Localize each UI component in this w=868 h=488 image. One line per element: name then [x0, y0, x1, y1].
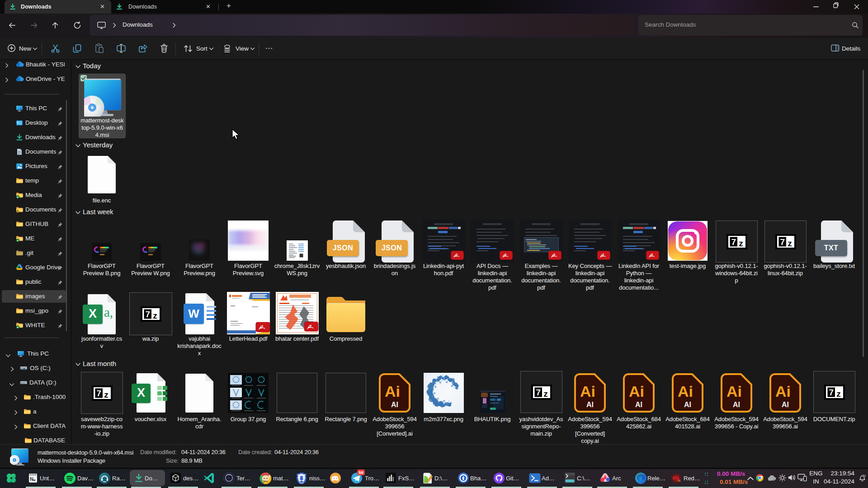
svg-text:z: z [836, 389, 841, 399]
svg-text:Ai: Ai [629, 383, 644, 400]
svg-text:z: z [739, 239, 743, 248]
svg-text:Beta: Beta [264, 480, 268, 483]
svg-text:7: 7 [731, 237, 736, 247]
svg-text:7: 7 [829, 388, 834, 397]
svg-text:Ai: Ai [726, 383, 742, 400]
svg-text:z: z [864, 474, 866, 477]
svg-text:AI: AI [684, 401, 691, 408]
svg-text:7: 7 [145, 310, 150, 319]
svg-text:z: z [788, 239, 792, 248]
svg-text:7: 7 [780, 237, 785, 247]
svg-text:N: N [30, 476, 33, 482]
svg-text:7: 7 [96, 389, 101, 398]
svg-text:z: z [104, 390, 108, 399]
svg-text:beta: beta [300, 482, 304, 484]
svg-text:AI: AI [782, 401, 789, 408]
svg-text:7: 7 [536, 388, 541, 397]
svg-text:Ai: Ai [385, 383, 400, 400]
svg-text:AI: AI [391, 401, 398, 408]
svg-text:71: 71 [678, 479, 681, 482]
svg-text:z: z [153, 311, 157, 320]
svg-text:AI: AI [635, 401, 642, 408]
svg-text:Ai: Ai [678, 383, 693, 400]
svg-text:AI: AI [586, 401, 594, 408]
svg-text:Ai: Ai [580, 383, 595, 400]
svg-text:Ai: Ai [775, 383, 791, 400]
svg-text:z: z [543, 389, 548, 399]
svg-text:AI: AI [733, 401, 740, 408]
